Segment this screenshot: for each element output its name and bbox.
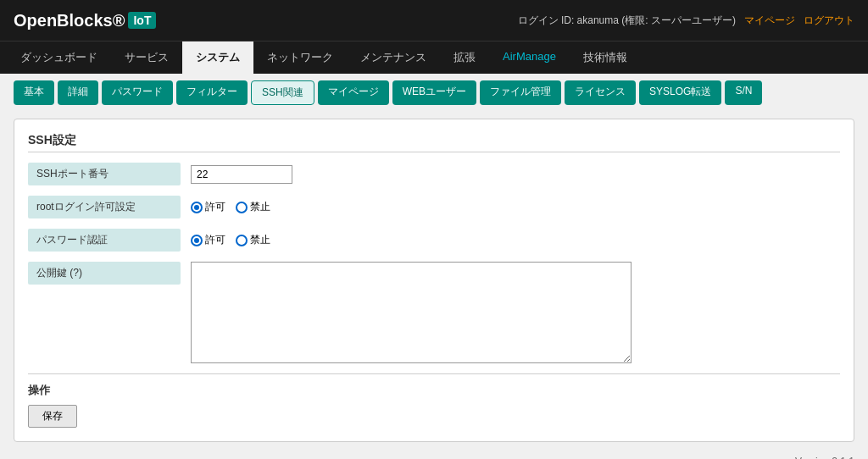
sub-tab-S/N[interactable]: S/N — [725, 80, 762, 105]
nav-item-AirManage[interactable]: AirManage — [489, 41, 570, 74]
sub-tab-SYSLOG転送[interactable]: SYSLOG転送 — [639, 80, 721, 105]
nav-item-技術情報[interactable]: 技術情報 — [570, 41, 641, 74]
pubkey-textarea[interactable] — [191, 262, 632, 363]
logo-iot: IoT — [128, 12, 156, 29]
radio-circle-allow — [191, 202, 203, 213]
header: OpenBlocks® IoT ログイン ID: akanuma (権限: スー… — [0, 0, 868, 41]
nav-item-ダッシュボード[interactable]: ダッシュボード — [7, 41, 111, 74]
nav-item-システム[interactable]: システム — [182, 41, 253, 74]
ops-section: 操作 保存 — [28, 373, 840, 428]
sub-tab-マイページ[interactable]: マイページ — [318, 80, 389, 105]
root-login-allow[interactable]: 許可 — [191, 200, 225, 214]
save-button[interactable]: 保存 — [28, 405, 77, 428]
ssh-port-row: SSHポート番号 — [28, 163, 840, 185]
password-auth-allow[interactable]: 許可 — [191, 233, 225, 247]
radio-circle-deny — [236, 202, 248, 213]
nav-item-ネットワーク[interactable]: ネットワーク — [253, 41, 347, 74]
root-login-allow-label: 許可 — [205, 200, 225, 214]
my-page-link[interactable]: マイページ — [744, 14, 795, 26]
sub-tab-フィルター[interactable]: フィルター — [176, 80, 248, 105]
root-login-deny-label: 禁止 — [250, 200, 270, 214]
section-title: SSH設定 — [28, 133, 840, 152]
root-login-label: rootログイン許可設定 — [28, 196, 181, 218]
content-area: SSH設定 SSHポート番号 rootログイン許可設定 許可 禁止 パスワード認… — [14, 119, 854, 442]
footer-version: Version 2.1.1 — [0, 449, 868, 459]
password-auth-allow-label: 許可 — [205, 233, 225, 247]
pubkey-row: 公開鍵 (?) — [28, 262, 840, 363]
main-nav: ダッシュボードサービスシステムネットワークメンテナンス拡張AirManage技術… — [0, 41, 868, 74]
nav-item-サービス[interactable]: サービス — [111, 41, 182, 74]
password-auth-deny[interactable]: 禁止 — [236, 233, 270, 247]
sub-tab-ライセンス[interactable]: ライセンス — [565, 80, 636, 105]
user-info-text: ログイン ID: akanuma (権限: スーパーユーザー) — [518, 14, 736, 26]
pubkey-label: 公開鍵 (?) — [28, 262, 181, 285]
radio-circle-pass-allow — [191, 235, 203, 246]
root-login-deny[interactable]: 禁止 — [236, 200, 270, 214]
password-auth-label: パスワード認証 — [28, 229, 181, 252]
nav-item-拡張[interactable]: 拡張 — [440, 41, 489, 74]
sub-tab-WEBユーザー[interactable]: WEBユーザー — [392, 80, 476, 105]
sub-tab-ファイル管理[interactable]: ファイル管理 — [480, 80, 561, 105]
sub-tab-SSH関連[interactable]: SSH関連 — [251, 80, 314, 105]
sub-tab-パスワード[interactable]: パスワード — [102, 80, 173, 105]
logo: OpenBlocks® IoT — [14, 11, 156, 30]
ops-title: 操作 — [28, 383, 840, 398]
password-auth-radio-group: 許可 禁止 — [191, 233, 270, 247]
header-user: ログイン ID: akanuma (権限: スーパーユーザー) マイページ ログ… — [518, 14, 854, 28]
root-login-row: rootログイン許可設定 許可 禁止 — [28, 196, 840, 218]
ssh-port-input[interactable] — [191, 165, 292, 184]
sub-tab-基本[interactable]: 基本 — [14, 80, 54, 105]
sub-tabs: 基本詳細パスワードフィルターSSH関連マイページWEBユーザーファイル管理ライセ… — [0, 74, 868, 112]
password-auth-row: パスワード認証 許可 禁止 — [28, 229, 840, 252]
root-login-radio-group: 許可 禁止 — [191, 200, 270, 214]
sub-tab-詳細[interactable]: 詳細 — [58, 80, 98, 105]
password-auth-deny-label: 禁止 — [250, 233, 270, 247]
logo-text: OpenBlocks® — [14, 11, 125, 30]
radio-circle-pass-deny — [236, 235, 248, 246]
nav-item-メンテナンス[interactable]: メンテナンス — [347, 41, 440, 74]
logout-link[interactable]: ログアウト — [804, 14, 854, 26]
ssh-port-label: SSHポート番号 — [28, 163, 181, 185]
